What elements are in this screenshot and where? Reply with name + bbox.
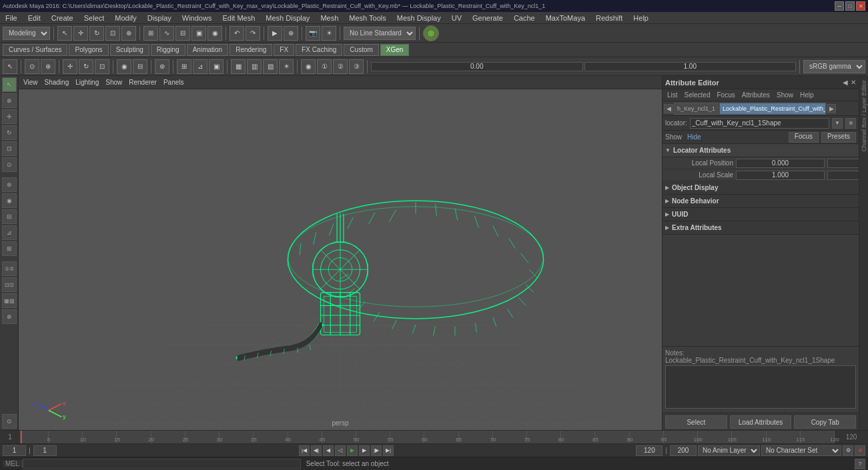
scl-btn[interactable]: ⊡ [95,59,109,74]
step-fwd-btn[interactable]: ▶ [359,445,370,456]
module-tab-9[interactable]: XGen [380,44,410,56]
wire-btn[interactable]: ▦ [231,59,246,74]
camera-t-btn[interactable]: ▣ [209,59,224,74]
current-frame-input[interactable] [3,445,26,456]
res2-btn[interactable]: ② [333,59,348,74]
sidebar-manip-btn[interactable]: ⊛ [2,177,17,192]
module-tab-4[interactable]: Animation [187,44,228,56]
menu-item-edit[interactable]: Edit [25,13,43,23]
translate-tool-btn[interactable]: ✛ [73,26,88,41]
module-tab-1[interactable]: Polygons [69,44,108,56]
sidebar-bottom1-btn[interactable]: ⊙ [2,414,17,429]
menu-item-help[interactable]: Help [630,13,651,23]
menu-item-select[interactable]: Select [81,13,107,23]
select-bottom-btn[interactable]: Select [665,415,727,429]
show-manip-btn[interactable]: ⊛ [155,59,169,74]
maximize-button[interactable]: □ [845,1,855,11]
sidebar-rotate-btn[interactable]: ↻ [2,125,17,140]
sidebar-select-btn[interactable]: ↖ [2,77,17,92]
playback-settings-btn[interactable]: ⚙ [843,445,853,456]
snap-surface-btn[interactable]: ▣ [191,26,206,41]
camera-btn[interactable]: 📷 [306,26,320,41]
solid-btn[interactable]: ▥ [247,59,262,74]
module-tab-2[interactable]: Sculpting [110,44,149,56]
local-scale-x-input[interactable] [736,171,825,180]
sidebar-show-btn[interactable]: ⊙ [2,157,17,172]
redo-btn[interactable]: ↷ [246,26,260,41]
ipr-btn[interactable]: ⊕ [284,26,298,41]
node-behavior-section[interactable]: ▶ Node Behavior [663,195,859,208]
viewport-val1-input[interactable] [371,62,583,71]
snap-curve-btn[interactable]: ∿ [159,26,174,41]
menu-item-cache[interactable]: Cache [511,13,538,23]
module-tab-6[interactable]: FX [274,44,294,56]
snap-grid-btn[interactable]: ⊞ [143,26,158,41]
module-tab-3[interactable]: Rigging [151,44,185,56]
vp-show-menu[interactable]: Show [103,79,124,86]
anim-end-input[interactable] [670,445,697,456]
extra-attrs-section[interactable]: ▶ Extra Attributes [663,221,859,235]
select-btn[interactable]: ↖ [3,59,17,74]
sidebar-xray-btn[interactable]: ⊿ [2,225,17,240]
light-t-btn[interactable]: ☀ [279,59,294,74]
presets-btn[interactable]: Presets [821,132,856,143]
menu-item-display[interactable]: Display [145,13,174,23]
menu-item-generate[interactable]: Generate [470,13,506,23]
node-tab-prev[interactable]: ◀ [664,104,673,113]
object-display-section[interactable]: ▶ Object Display [663,181,859,195]
play-back-btn[interactable]: ◁ [335,445,346,456]
menu-item-modify[interactable]: Modify [112,13,139,23]
sidebar-soft-btn[interactable]: ◉ [2,193,17,208]
res3-btn[interactable]: ③ [349,59,364,74]
close-button[interactable]: ✕ [856,1,865,11]
module-tab-8[interactable]: Custom [344,44,378,56]
vp-panels-menu[interactable]: Panels [161,79,186,86]
sidebar-move-btn[interactable]: ✛ [2,109,17,124]
menu-item-mesh-display[interactable]: Mesh Display [394,13,444,23]
menu-item-mesh[interactable]: Mesh [318,13,341,23]
command-input[interactable] [23,459,301,469]
history-btn[interactable]: ↶ [230,26,244,41]
gamma-selector[interactable]: sRGB gamma [803,60,865,73]
local-pos-x-input[interactable] [736,159,825,168]
node-tab-2[interactable]: Lockable_Plastic_Restraint_Cuff_with_Key… [719,103,826,115]
xgen-icon-btn[interactable]: ⊛ [423,25,439,41]
menu-item-edit-mesh[interactable]: Edit Mesh [220,13,258,23]
notes-textarea[interactable] [665,365,856,409]
ae-close-btn[interactable]: ✕ [851,79,856,86]
ae-tab-focus[interactable]: Focus [715,91,737,99]
next-key-btn[interactable]: |▶ [371,445,382,456]
vp-shading-menu[interactable]: Shading [43,79,71,86]
lasso-btn[interactable]: ⊙ [25,59,39,74]
display-style-selector[interactable]: No Line Standard [344,27,416,40]
node-tab-next[interactable]: ▶ [827,104,836,113]
menu-item-mesh-tools[interactable]: Mesh Tools [346,13,388,23]
paint-btn[interactable]: ⊕ [41,59,55,74]
menu-item-redshift[interactable]: Redshift [593,13,625,23]
help-icon[interactable]: ? [855,459,865,469]
menu-item-uv[interactable]: UV [449,13,464,23]
grid-snap-t[interactable]: ⊞ [177,59,191,74]
load-attrs-btn[interactable]: Load Attributes [730,415,792,429]
minimize-button[interactable]: ─ [835,1,844,11]
character-set-selector[interactable]: No Character Set [761,445,841,456]
timeline-track[interactable]: 5101520253035404550556065707580859095100… [20,431,835,443]
uuid-section[interactable]: ▶ UUID [663,208,859,221]
ae-prev-btn[interactable]: ◀ [843,79,848,86]
locator-expand-btn[interactable]: ▼ [832,118,843,129]
ae-tab-help[interactable]: Help [798,91,816,99]
snap-point-btn[interactable]: ⊟ [175,26,190,41]
rot-btn[interactable]: ↻ [79,59,93,74]
ae-tab-selected[interactable]: Selected [683,91,713,99]
locator-attrs-section[interactable]: ▼ Locator Attributes [663,144,859,157]
locator-value-input[interactable] [690,118,829,129]
universal-tool-btn[interactable]: ⊕ [121,26,136,41]
ae-tab-attributes[interactable]: Attributes [740,91,772,99]
menu-item-maxtomaya[interactable]: MaxToMaya [543,13,588,23]
sidebar-extra-btn[interactable]: ⊕ [2,309,17,324]
play-fwd-btn[interactable]: ▶ [347,445,358,456]
render-btn[interactable]: ▶ [268,26,282,41]
node-tab-1[interactable]: h_Key_ncl1_1 [674,103,719,115]
module-tab-5[interactable]: Rendering [230,44,272,56]
hide-link[interactable]: Hide [687,133,701,141]
